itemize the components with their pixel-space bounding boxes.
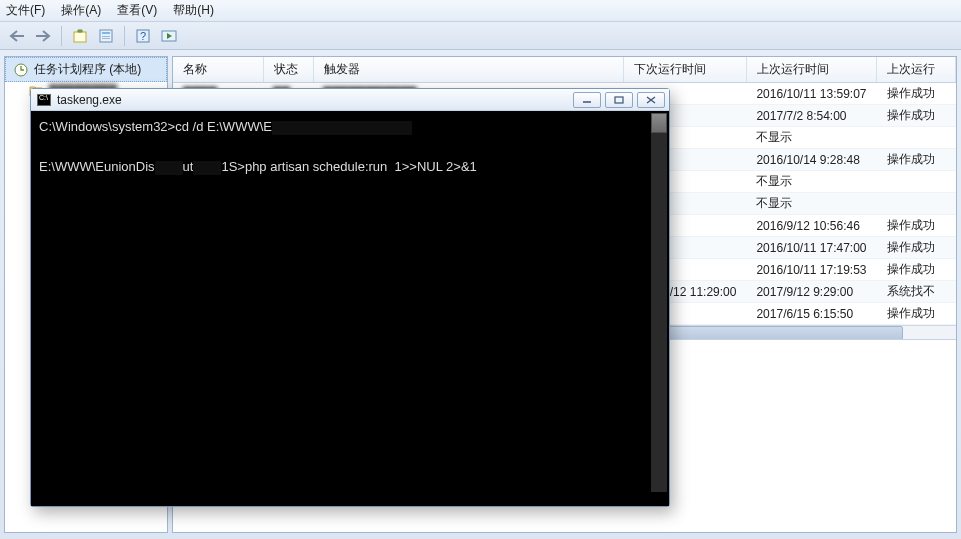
col-status[interactable]: 状态 <box>263 57 313 83</box>
col-last-run[interactable]: 上次运行时间 <box>746 57 876 83</box>
svg-rect-3 <box>102 36 110 37</box>
console-line-2a: E:\WWW\EunionDis <box>39 159 155 174</box>
console-window[interactable]: C:\ taskeng.exe C:\Windows\system32>cd /… <box>30 88 670 507</box>
close-button[interactable] <box>637 92 665 108</box>
cell-last-run: 2017/9/12 9:29:00 <box>746 281 876 303</box>
cell-last-run: 2017/7/2 8:54:00 <box>746 105 876 127</box>
cell-last-result: 操作成功 <box>877 105 956 127</box>
console-line-2c: 1S>php artisan schedule:run 1>>NUL 2>&1 <box>221 159 476 174</box>
console-line-1a: C:\Windows\system32>cd /d E:\WWW\E <box>39 119 272 134</box>
cell-last-result: 操作成功 <box>877 259 956 281</box>
toolbar-separator <box>124 26 125 46</box>
back-button[interactable] <box>6 25 28 47</box>
cell-last-result: 操作成功 <box>877 303 956 325</box>
cell-last-result <box>877 171 956 193</box>
menu-bar: 文件(F) 操作(A) 查看(V) 帮助(H) <box>0 0 961 22</box>
cell-last-run: 不显示 <box>746 127 876 149</box>
cell-last-result: 操作成功 <box>877 215 956 237</box>
menu-file[interactable]: 文件(F) <box>6 2 45 19</box>
cell-last-result: 操作成功 <box>877 149 956 171</box>
toolbar-separator <box>61 26 62 46</box>
redacted <box>272 121 412 135</box>
help-icon[interactable]: ? <box>132 25 154 47</box>
cell-last-result: 操作成功 <box>877 237 956 259</box>
cell-last-run: 不显示 <box>746 171 876 193</box>
col-name[interactable]: 名称 <box>173 57 263 83</box>
cell-last-result <box>877 193 956 215</box>
forward-button[interactable] <box>32 25 54 47</box>
cell-last-run: 2016/10/11 13:59:07 <box>746 83 876 105</box>
menu-view[interactable]: 查看(V) <box>117 2 157 19</box>
cell-last-result <box>877 127 956 149</box>
cell-last-run: 不显示 <box>746 193 876 215</box>
cell-last-run: 2016/10/14 9:28:48 <box>746 149 876 171</box>
menu-help[interactable]: 帮助(H) <box>173 2 214 19</box>
svg-rect-2 <box>102 32 110 34</box>
col-trigger[interactable]: 触发器 <box>313 57 623 83</box>
run-icon[interactable] <box>158 25 180 47</box>
cell-last-result: 系统找不 <box>877 281 956 303</box>
svg-rect-10 <box>615 97 623 103</box>
console-titlebar[interactable]: C:\ taskeng.exe <box>31 89 669 111</box>
cell-last-run: 2016/9/12 10:56:46 <box>746 215 876 237</box>
svg-text:?: ? <box>140 30 146 42</box>
cmd-icon: C:\ <box>37 94 51 106</box>
col-last-result[interactable]: 上次运行 <box>877 57 956 83</box>
menu-action[interactable]: 操作(A) <box>61 2 101 19</box>
clock-icon <box>14 63 28 77</box>
redacted <box>155 161 183 175</box>
console-body: C:\Windows\system32>cd /d E:\WWW\E E:\WW… <box>31 111 669 506</box>
properties-icon[interactable] <box>95 25 117 47</box>
maximize-button[interactable] <box>605 92 633 108</box>
col-next-run[interactable]: 下次运行时间 <box>623 57 746 83</box>
cell-last-run: 2016/10/11 17:47:00 <box>746 237 876 259</box>
console-scrollbar[interactable] <box>651 113 667 492</box>
redacted <box>193 161 221 175</box>
console-line-2b: ut <box>183 159 194 174</box>
minimize-button[interactable] <box>573 92 601 108</box>
cell-last-run: 2017/6/15 6:15:50 <box>746 303 876 325</box>
svg-rect-0 <box>74 32 86 42</box>
cell-last-run: 2016/10/11 17:19:53 <box>746 259 876 281</box>
svg-rect-4 <box>102 38 110 39</box>
create-task-icon[interactable] <box>69 25 91 47</box>
tree-root-label: 任务计划程序 (本地) <box>34 61 141 78</box>
toolbar: ? <box>0 22 961 50</box>
console-title: taskeng.exe <box>57 93 122 107</box>
cell-last-result: 操作成功 <box>877 83 956 105</box>
tree-root-task-scheduler[interactable]: 任务计划程序 (本地) <box>5 57 167 82</box>
